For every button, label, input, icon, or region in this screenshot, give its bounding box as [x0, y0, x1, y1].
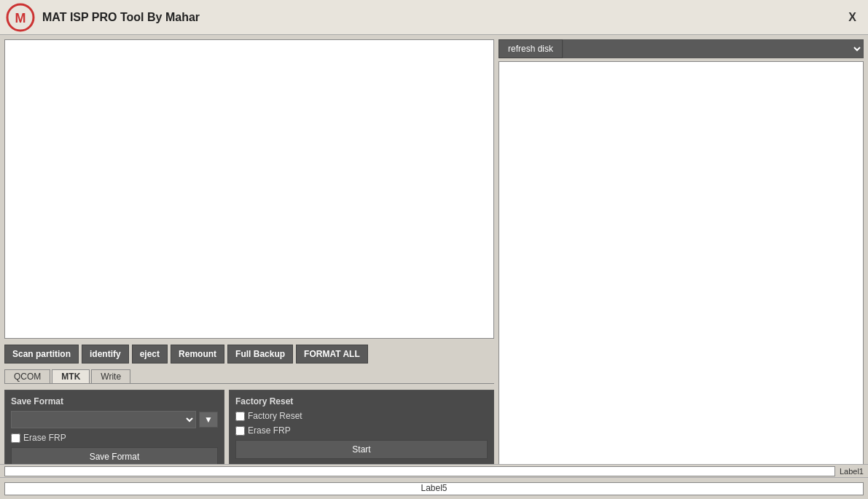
- title-bar: M MAT ISP PRO Tool By Mahar X: [0, 0, 868, 35]
- app-logo: M: [6, 3, 35, 32]
- scan-partition-button[interactable]: Scan partition: [4, 345, 79, 364]
- status-bar: Label5: [0, 477, 868, 499]
- dropdown-arrow-icon[interactable]: ▼: [199, 412, 218, 428]
- format-dropdown-row: ▼: [11, 411, 218, 428]
- tab-mtk[interactable]: MTK: [52, 369, 90, 383]
- eject-button[interactable]: eject: [132, 345, 168, 364]
- label1: Label1: [840, 467, 864, 476]
- factory-reset-row: Factory Reset: [235, 411, 488, 421]
- save-format-title: Save Format: [11, 396, 218, 406]
- save-format-panel: Save Format ▼ Erase FRP Save Format: [4, 390, 224, 473]
- start-button[interactable]: Start: [235, 440, 488, 459]
- erase-frp-row: Erase FRP: [11, 433, 218, 443]
- title-bar-left: M MAT ISP PRO Tool By Mahar: [6, 3, 200, 32]
- factory-reset-panel: Factory Reset Factory Reset Erase FRP St…: [229, 390, 494, 473]
- disk-list-area: [498, 61, 864, 473]
- factory-reset-checkbox[interactable]: [235, 412, 245, 421]
- action-buttons-row: Scan partition identify eject Remount Fu…: [4, 342, 494, 366]
- tab-write[interactable]: Write: [91, 369, 130, 383]
- factory-reset-title: Factory Reset: [235, 396, 488, 406]
- status-input[interactable]: [4, 482, 864, 495]
- erase-frp-label: Erase FRP: [23, 433, 66, 443]
- main-container: Scan partition identify eject Remount Fu…: [0, 35, 868, 477]
- factory-erase-frp-row: Erase FRP: [235, 425, 488, 436]
- disk-dropdown[interactable]: [563, 39, 864, 58]
- tab-qcom[interactable]: QCOM: [4, 369, 50, 383]
- left-panel: Scan partition identify eject Remount Fu…: [4, 39, 494, 473]
- full-backup-button[interactable]: Full Backup: [227, 345, 293, 364]
- format-all-button[interactable]: FORMAT ALL: [296, 345, 368, 364]
- progress-bar: [4, 466, 835, 476]
- refresh-disk-button[interactable]: refresh disk: [498, 39, 563, 58]
- remount-button[interactable]: Remount: [171, 345, 224, 364]
- right-panel: refresh disk: [498, 39, 864, 473]
- app-title: MAT ISP PRO Tool By Mahar: [42, 11, 200, 24]
- log-area: [4, 39, 494, 339]
- factory-erase-frp-label: Erase FRP: [248, 425, 291, 436]
- format-select[interactable]: [11, 411, 196, 428]
- factory-erase-frp-checkbox[interactable]: [235, 426, 245, 436]
- factory-reset-label: Factory Reset: [248, 411, 302, 421]
- svg-text:M: M: [15, 10, 26, 25]
- erase-frp-checkbox[interactable]: [11, 433, 20, 443]
- bottom-panels: Save Format ▼ Erase FRP Save Format Fact…: [4, 390, 494, 473]
- identify-button[interactable]: identify: [82, 345, 129, 364]
- progress-area: Label1: [0, 464, 868, 477]
- refresh-row: refresh disk: [498, 39, 864, 58]
- close-button[interactable]: X: [842, 9, 862, 25]
- tabs-row: QCOM MTK Write: [4, 369, 494, 384]
